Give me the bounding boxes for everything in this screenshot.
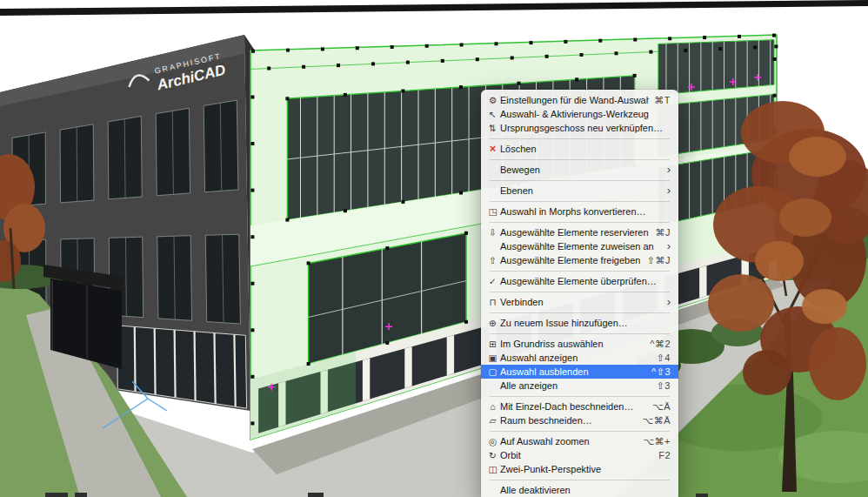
menu-separator <box>490 201 670 202</box>
menu-item-shortcut: F2 <box>658 450 671 460</box>
menu-item-shortcut: ⇧4 <box>657 353 671 364</box>
roof-trim-icon: ⌂ <box>485 400 500 413</box>
menu-separator <box>490 159 670 160</box>
menu-item-label: Einstellungen für die Wand-Auswahl <box>500 95 649 105</box>
menu-item-alle-anzeigen[interactable]: Alle anzeigen ⇧3 <box>481 379 678 393</box>
menu-item-label: Auswahl anzeigen <box>500 353 651 363</box>
menu-item-auswahl-anzeigen[interactable]: ▣ Auswahl anzeigen ⇧4 <box>481 351 678 365</box>
menu-item-label: Ursprungsgeschoss neu verknüpfen… <box>500 123 671 133</box>
menu-item-label: Orbit <box>500 450 653 460</box>
archicad-3d-view: GRAPHISOFT ArchiCAD ⚙ Einstellungen für … <box>0 0 868 497</box>
menu-item-label: Alle deaktivieren <box>500 485 671 495</box>
menu-item-elemente-ueberpruefen[interactable]: ✓ Ausgewählte Elemente überprüfen… <box>481 274 678 288</box>
two-point-perspective-icon: ◫ <box>485 462 500 476</box>
menu-item-label: Löschen <box>500 144 671 154</box>
submenu-chevron-icon: › <box>667 185 671 197</box>
menu-item-shortcut: ⇧3 <box>657 380 671 392</box>
menu-item-label: Mit Einzel-Dach beschneiden… <box>500 401 647 412</box>
menu-separator <box>490 222 670 223</box>
morph-convert-icon: ◳ <box>485 205 500 218</box>
menu-item-einzel-dach-beschneiden[interactable]: ⌂ Mit Einzel-Dach beschneiden… ⌥Ä <box>481 400 678 413</box>
verify-elements-icon: ✓ <box>485 274 500 288</box>
context-menu: ⚙ Einstellungen für die Wand-Auswahl ⌘T … <box>481 90 678 497</box>
release-elements-icon: ⇧ <box>485 253 500 267</box>
menu-item-im-grundriss-auswaehlen[interactable]: ⊞ Im Grundriss auswählen ^⌘2 <box>481 337 678 351</box>
menu-item-shortcut: ⌥Ä <box>652 401 671 413</box>
menu-separator <box>490 312 670 313</box>
menu-separator <box>490 138 670 139</box>
menu-item-label: Ausgewählte Elemente freigeben <box>500 255 642 265</box>
menu-item-label: Bewegen <box>500 165 662 175</box>
menu-item-ursprungsgeschoss-neu-verknuepfen[interactable]: ⇅ Ursprungsgeschoss neu verknüpfen… <box>481 121 678 135</box>
floorplan-select-icon: ⊞ <box>485 337 500 351</box>
menu-item-label: Im Grundriss auswählen <box>500 339 644 349</box>
menu-item-label: Auswahl- & Aktivierungs-Werkzeug <box>500 109 671 119</box>
reserve-elements-icon: ⇩ <box>485 225 500 239</box>
menu-item-label: Raum beschneiden… <box>500 415 637 426</box>
connect-icon: ⊓ <box>485 295 500 309</box>
menu-item-bewegen[interactable]: Bewegen › <box>481 163 678 177</box>
add-issue-icon: ⊕ <box>485 316 500 330</box>
hide-selection-icon: ▢ <box>485 365 500 379</box>
menu-item-issue-hinzufuegen[interactable]: ⊕ Zu neuem Issue hinzufügen… <box>481 316 678 330</box>
menu-item-verbinden[interactable]: ⊓ Verbinden › <box>481 295 678 309</box>
orbit-icon: ↻ <box>485 448 500 462</box>
menu-item-auswahl-ausblenden[interactable]: ▢ Auswahl ausblenden ^⇧3 <box>481 365 678 379</box>
menu-item-elemente-zuweisen[interactable]: Ausgewählte Elemente zuweisen an › <box>481 239 678 253</box>
menu-item-label: Zu neuem Issue hinzufügen… <box>500 318 671 328</box>
menu-separator <box>490 271 670 272</box>
submenu-chevron-icon: › <box>667 296 671 308</box>
menu-item-auf-auswahl-zoomen[interactable]: ◎ Auf Auswahl zoomen ⌥⌘+ <box>481 434 678 448</box>
menu-item-label: Alle anzeigen <box>500 380 651 391</box>
menu-item-label: Ebenen <box>500 185 662 196</box>
menu-separator <box>490 396 670 397</box>
menu-item-elemente-reservieren[interactable]: ⇩ Ausgewählte Elemente reservieren ⌘J <box>481 225 678 239</box>
menu-item-label: Auswahl in Morphs konvertieren… <box>500 206 671 217</box>
menu-item-label: Ausgewählte Elemente zuweisen an <box>500 241 662 252</box>
menu-item-shortcut: ⌘T <box>654 95 671 106</box>
menu-item-label: Zwei-Punkt-Perspektive <box>500 464 671 474</box>
menu-item-loeschen[interactable]: × Löschen <box>481 142 678 156</box>
zoom-selection-icon: ◎ <box>485 434 500 448</box>
menu-separator <box>490 480 670 480</box>
menu-item-einstellungen-wand-auswahl[interactable]: ⚙ Einstellungen für die Wand-Auswahl ⌘T <box>481 93 678 107</box>
show-selection-icon: ▣ <box>485 351 500 365</box>
menu-item-alle-deaktivieren[interactable]: Alle deaktivieren <box>481 483 678 497</box>
menu-separator <box>490 180 670 181</box>
relink-story-icon: ⇅ <box>485 121 500 135</box>
menu-separator <box>490 333 670 334</box>
menu-item-shortcut: ^⇧3 <box>651 366 671 378</box>
menu-item-raum-beschneiden[interactable]: ▱ Raum beschneiden… ⌥⌘Ä <box>481 413 678 427</box>
menu-item-label: Auf Auswahl zoomen <box>500 436 638 447</box>
menu-item-label: Ausgewählte Elemente überprüfen… <box>500 276 671 286</box>
3d-viewport[interactable]: GRAPHISOFT ArchiCAD <box>0 0 868 497</box>
menu-item-orbit[interactable]: ↻ Orbit F2 <box>481 448 678 462</box>
menu-item-label: Ausgewählte Elemente reservieren <box>500 227 651 238</box>
settings-gear-icon: ⚙ <box>485 93 500 107</box>
menu-separator <box>490 431 670 432</box>
selection-tool-cursor-icon: ↖ <box>485 107 500 121</box>
submenu-chevron-icon: › <box>667 164 671 176</box>
menu-item-auswahl-aktivierungs-werkzeug[interactable]: ↖ Auswahl- & Aktivierungs-Werkzeug <box>481 107 678 121</box>
menu-separator <box>490 292 670 292</box>
menu-item-ebenen[interactable]: Ebenen › <box>481 184 678 198</box>
menu-item-shortcut: ^⌘2 <box>650 339 671 350</box>
delete-x-icon: × <box>485 142 500 156</box>
menu-item-morphs-konvertieren[interactable]: ◳ Auswahl in Morphs konvertieren… <box>481 205 678 218</box>
menu-item-label: Verbinden <box>500 297 662 307</box>
menu-item-zwei-punkt-perspektive[interactable]: ◫ Zwei-Punkt-Perspektive <box>481 462 678 476</box>
menu-item-elemente-freigeben[interactable]: ⇧ Ausgewählte Elemente freigeben ⇧⌘J <box>481 253 678 267</box>
menu-item-shortcut: ⌥⌘+ <box>643 436 671 447</box>
menu-item-shortcut: ⌘J <box>656 227 671 238</box>
menu-item-shortcut: ⇧⌘J <box>647 255 671 266</box>
menu-item-shortcut: ⌥⌘Ä <box>642 415 671 426</box>
menu-item-label: Auswahl ausblenden <box>500 366 646 377</box>
submenu-chevron-icon: › <box>667 240 671 252</box>
zone-trim-icon: ▱ <box>485 413 500 427</box>
